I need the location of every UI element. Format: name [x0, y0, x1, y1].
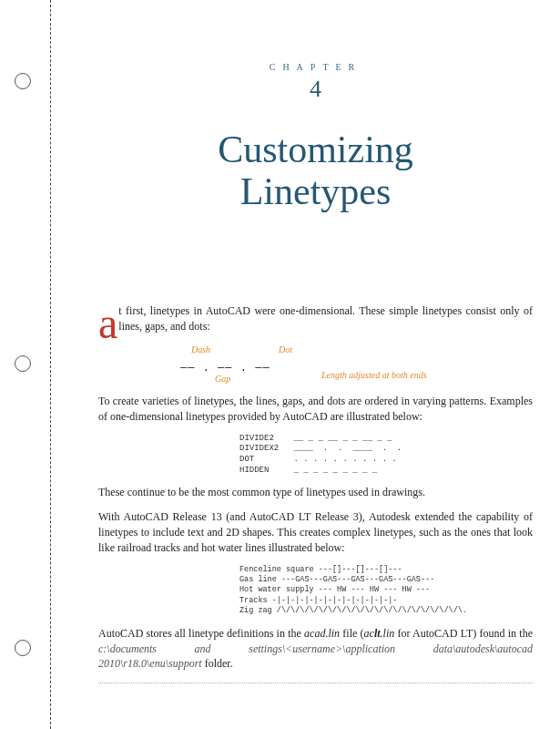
p5-d: folder. — [202, 657, 233, 670]
chapter-title: Customizing Linetypes — [98, 128, 533, 212]
title-line2: Linetypes — [240, 170, 392, 212]
section-rule — [98, 683, 533, 683]
chapter-label: chapter — [98, 59, 533, 74]
binder-hole — [15, 355, 31, 372]
filename-aclt-post: .lin — [381, 627, 395, 640]
para1-text: t first, linetypes in AutoCAD were one-d… — [118, 304, 533, 333]
body-text: at first, linetypes in AutoCAD were one-… — [98, 303, 533, 683]
paragraph-5: AutoCAD stores all linetype definitions … — [98, 626, 533, 672]
linetype-samples-complex: Fenceline square ---[]---[]---[]--- Gas … — [239, 565, 533, 617]
binder-hole — [15, 73, 31, 89]
paragraph-4: With AutoCAD Release 13 (and AutoCAD LT … — [98, 509, 533, 555]
filename-aclt-mid: lt — [374, 627, 381, 640]
binder-hole — [15, 640, 31, 656]
dropcap: a — [98, 307, 117, 340]
label-length: Length adjusted at both ends — [321, 369, 427, 382]
paragraph-3: These continue to be the most common typ… — [98, 485, 533, 500]
p5-c: for AutoCAD LT) found in the — [394, 627, 533, 640]
label-dash: Dash — [191, 344, 210, 356]
title-line1: Customizing — [218, 128, 413, 170]
p5-a: AutoCAD stores all linetype definitions … — [98, 627, 304, 640]
linetype-samples-1d: DIVIDE2 __ _ _ __ _ _ __ _ _ DIVIDEX2 __… — [239, 434, 533, 477]
p5-b: file ( — [340, 627, 364, 640]
sample-line: —— . —— . —— — [180, 360, 270, 375]
binder-perforation — [50, 0, 51, 729]
page-content: chapter 4 Customizing Linetypes at first… — [98, 0, 533, 729]
paragraph-2: To create varieties of linetypes, the li… — [98, 394, 533, 425]
filename-acad: acad.lin — [304, 627, 340, 640]
paragraph-intro: at first, linetypes in AutoCAD were one-… — [98, 303, 533, 334]
file-path: c:\documents and settings\<username>\app… — [98, 642, 533, 671]
label-dot: Dot — [279, 344, 292, 356]
linetype-anatomy-diagram: Dash Dot Gap Length adjusted at both end… — [180, 344, 478, 385]
filename-aclt-pre: ac — [364, 627, 374, 640]
chapter-number: 4 — [98, 76, 533, 103]
